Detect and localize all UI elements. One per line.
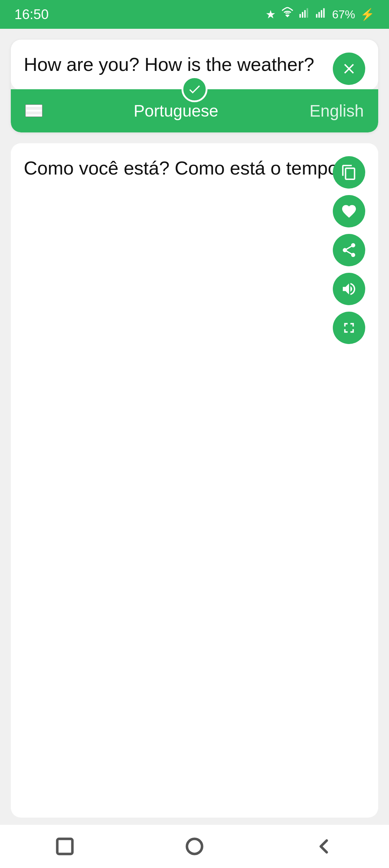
toolbar: Portuguese English [11, 89, 378, 132]
svg-rect-7 [323, 8, 325, 18]
check-badge [182, 76, 207, 102]
back-button[interactable] [310, 832, 339, 861]
recent-apps-button[interactable] [50, 832, 79, 861]
svg-rect-1 [302, 12, 303, 18]
status-bar: 16:50 ★ 67% [0, 0, 389, 29]
status-icons: ★ 67% ⚡ [265, 6, 375, 22]
signal-icon [299, 7, 310, 22]
svg-rect-5 [318, 12, 320, 18]
svg-rect-4 [316, 14, 317, 18]
menu-button[interactable] [25, 104, 43, 117]
bluetooth-icon: ★ [265, 8, 276, 21]
menu-line-2 [26, 110, 42, 112]
battery-text: 67% [332, 8, 355, 21]
svg-rect-2 [304, 10, 306, 18]
source-language[interactable]: Portuguese [134, 101, 218, 121]
main-content: How are you? How is the weather? [0, 29, 389, 825]
svg-rect-3 [307, 8, 308, 18]
output-actions [333, 156, 365, 344]
svg-rect-6 [321, 10, 322, 18]
svg-point-9 [187, 839, 202, 854]
input-text[interactable]: How are you? How is the weather? [24, 53, 365, 77]
menu-line-3 [26, 114, 42, 116]
svg-rect-0 [299, 14, 301, 18]
wifi-icon [281, 6, 294, 22]
battery-icon: ⚡ [360, 8, 375, 21]
target-language[interactable]: English [309, 101, 364, 121]
input-section: How are you? How is the weather? [11, 40, 378, 132]
home-button[interactable] [180, 832, 209, 861]
fullscreen-button[interactable] [333, 312, 365, 344]
nav-bar [0, 825, 389, 868]
status-time: 16:50 [14, 7, 49, 22]
share-button[interactable] [333, 234, 365, 266]
copy-output-button[interactable] [333, 156, 365, 189]
svg-rect-8 [57, 839, 72, 854]
output-text[interactable]: Como você está? Como está o tempo? [24, 156, 365, 805]
output-card: Como você está? Como está o tempo? [11, 143, 378, 818]
favorite-button[interactable] [333, 195, 365, 227]
signal2-icon [316, 7, 327, 22]
clear-button[interactable] [333, 53, 365, 85]
speak-output-button[interactable] [333, 273, 365, 305]
menu-line-1 [26, 105, 42, 107]
